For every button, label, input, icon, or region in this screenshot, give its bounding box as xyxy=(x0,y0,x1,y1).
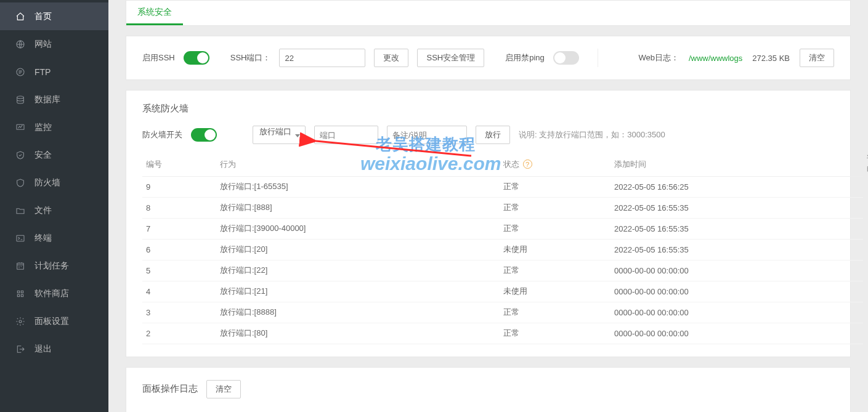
cell-status: 正常 xyxy=(500,197,610,218)
cell-id: 6 xyxy=(142,239,216,260)
globe-icon xyxy=(15,39,26,50)
sidebar-item-settings[interactable]: 面板设置 xyxy=(0,307,108,335)
cell-time: 0000-00-00 00:00:00 xyxy=(610,323,863,344)
sidebar-item-db[interactable]: 数据库 xyxy=(0,86,108,113)
store-icon xyxy=(15,288,26,299)
firewall-card: 系统防火墙 防火墙开关 放行端口 放行 说明: 支持放行端口范围，如：3000:… xyxy=(126,90,851,357)
cell-time: 2022-05-05 16:56:25 xyxy=(610,176,863,197)
ssh-enable-toggle[interactable] xyxy=(184,51,209,65)
oplog-title: 面板操作日志 xyxy=(142,383,198,395)
svg-rect-8 xyxy=(17,294,19,296)
table-row: 5放行端口:[22]正常0000-00-00 00:00:00SS xyxy=(142,260,863,281)
weblog-path[interactable]: /www/wwwlogs xyxy=(689,54,742,63)
sidebar-item-site[interactable]: 网站 xyxy=(0,30,108,58)
cell-id: 3 xyxy=(142,302,216,323)
svg-rect-6 xyxy=(17,291,19,293)
sidebar-item-schedule[interactable]: 计划任务 xyxy=(0,252,108,280)
sidebar-item-monitor[interactable]: 监控 xyxy=(0,113,108,141)
ssh-port-input[interactable] xyxy=(279,49,365,67)
cell-id: 5 xyxy=(142,260,216,281)
cell-status: 正常 xyxy=(500,323,610,344)
terminal-icon xyxy=(15,233,26,244)
cell-time: 2022-05-05 16:55:35 xyxy=(610,197,863,218)
cell-status: 未使用 xyxy=(500,239,610,260)
sidebar-item-firewall[interactable]: 防火墙 xyxy=(0,169,108,196)
weblog-block: Web日志： /www/wwwlogs 272.35 KB 清空 xyxy=(638,49,834,67)
table-row: 9放行端口:[1-65535]正常2022-05-05 16:56:251 xyxy=(142,176,863,197)
shield-icon xyxy=(15,150,26,161)
cell-action: 放行端口:[21] xyxy=(216,281,500,302)
cell-time: 0000-00-00 00:00:00 xyxy=(610,260,863,281)
sidebar-item-label: 面板设置 xyxy=(34,316,69,327)
ssh-ping-toggle[interactable] xyxy=(553,51,579,65)
sidebar-item-home[interactable]: 首页 xyxy=(0,2,108,30)
firewall-apply-button[interactable]: 放行 xyxy=(476,126,510,144)
firewall-remark-input[interactable] xyxy=(387,126,467,144)
sidebar-item-label: 退出 xyxy=(34,344,52,355)
firewall-toggle-label: 防火墙开关 xyxy=(142,129,182,140)
cell-action: 放行端口:[20] xyxy=(216,239,500,260)
sidebar-item-security[interactable]: 安全 xyxy=(0,141,108,169)
ssh-manage-button[interactable]: SSH安全管理 xyxy=(417,49,484,67)
firewall-toggle[interactable] xyxy=(191,128,217,142)
weblog-clear-button[interactable]: 清空 xyxy=(800,49,834,67)
col-id: 编号 xyxy=(142,153,216,176)
oplog-clear-button[interactable]: 清空 xyxy=(206,380,241,398)
table-row: 7放行端口:[39000-40000]正常2022-05-05 16:55:35… xyxy=(142,218,863,239)
firewall-rule-type-select[interactable]: 放行端口 xyxy=(253,126,306,144)
cell-action: 放行端口:[22] xyxy=(216,260,500,281)
monitor-icon xyxy=(15,122,26,133)
col-action: 行为 xyxy=(216,153,500,176)
cell-status: 正常 xyxy=(500,218,610,239)
folder-icon xyxy=(15,205,26,216)
sidebar-item-store[interactable]: 软件商店 xyxy=(0,280,108,307)
schedule-icon xyxy=(15,261,26,272)
sidebar-item-file[interactable]: 文件 xyxy=(0,196,108,224)
cell-action: 放行端口:[8888] xyxy=(216,302,500,323)
ssh-card: 启用SSH SSH端口： 更改 SSH安全管理 启用禁ping Web日志： /… xyxy=(126,36,851,80)
cell-id: 2 xyxy=(142,323,216,344)
sidebar-item-label: 终端 xyxy=(34,233,52,244)
cell-id: 7 xyxy=(142,218,216,239)
firewall-icon xyxy=(15,177,26,188)
cell-time: 2022-05-05 16:55:35 xyxy=(610,239,863,260)
sidebar-item-label: 计划任务 xyxy=(34,261,69,272)
svg-point-2 xyxy=(17,96,24,99)
table-row: 8放行端口:[888]正常2022-05-05 16:55:35ph xyxy=(142,197,863,218)
cell-status: 未使用 xyxy=(500,281,610,302)
cell-action: 放行端口:[80] xyxy=(216,323,500,344)
cell-status: 正常 xyxy=(500,176,610,197)
table-row: 2放行端口:[80]正常0000-00-00 00:00:00网 xyxy=(142,323,863,344)
sidebar-item-label: 文件 xyxy=(34,205,52,216)
firewall-port-input[interactable] xyxy=(314,126,378,144)
table-row: 3放行端口:[8888]正常0000-00-00 00:00:00宝 xyxy=(142,302,863,323)
svg-rect-7 xyxy=(21,291,23,293)
cell-time: 0000-00-00 00:00:00 xyxy=(610,302,863,323)
cell-action: 放行端口:[1-65535] xyxy=(216,176,500,197)
home-icon xyxy=(15,11,26,22)
sidebar-item-label: 防火墙 xyxy=(34,177,60,188)
firewall-tip: 说明: 支持放行端口范围，如：3000:3500 xyxy=(519,129,665,140)
help-icon[interactable]: ? xyxy=(523,160,532,169)
sidebar-item-label: 网站 xyxy=(34,39,52,50)
cell-id: 9 xyxy=(142,176,216,197)
weblog-size: 272.35 KB xyxy=(752,54,790,63)
weblog-label: Web日志： xyxy=(638,52,679,63)
sidebar-item-exit[interactable]: 退出 xyxy=(0,335,108,363)
cell-action: 放行端口:[888] xyxy=(216,197,500,218)
table-row: 6放行端口:[20]未使用2022-05-05 16:55:35FT xyxy=(142,239,863,260)
cell-status: 正常 xyxy=(500,302,610,323)
database-icon xyxy=(15,94,26,105)
ssh-ping-label: 启用禁ping xyxy=(505,52,545,63)
sidebar-item-ftp[interactable]: FTP xyxy=(0,58,108,86)
cell-status: 正常 xyxy=(500,260,610,281)
cell-action: 放行端口:[39000-40000] xyxy=(216,218,500,239)
svg-rect-9 xyxy=(21,294,23,296)
tab-system-security[interactable]: 系统安全 xyxy=(126,1,183,25)
exit-icon xyxy=(15,344,26,355)
sidebar-item-terminal[interactable]: 终端 xyxy=(0,224,108,252)
table-header-row: 编号 行为 状态 ? 添加时间 说明 xyxy=(142,153,863,176)
ssh-change-button[interactable]: 更改 xyxy=(374,49,408,67)
sidebar-item-label: 安全 xyxy=(34,150,52,161)
cell-id: 8 xyxy=(142,197,216,218)
